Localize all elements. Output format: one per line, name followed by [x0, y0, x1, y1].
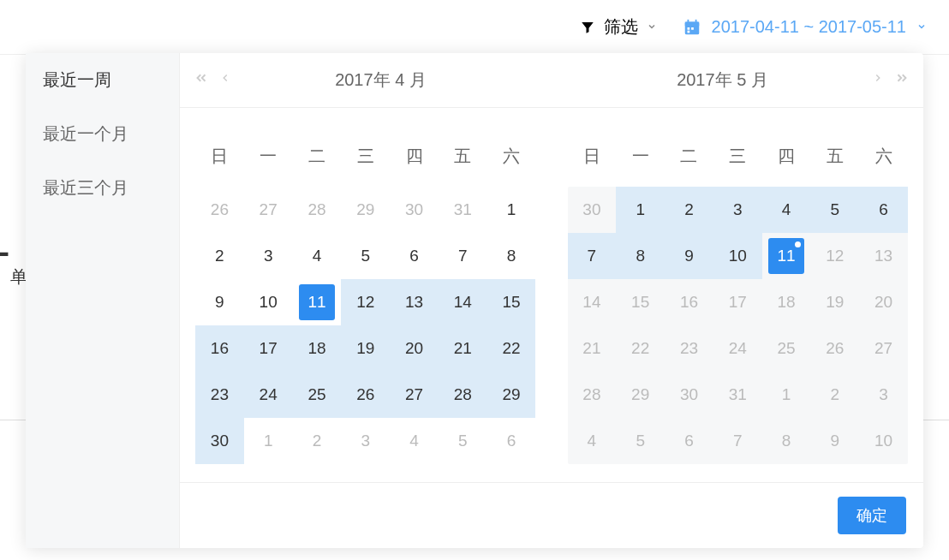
day-cell[interactable]: 11: [293, 279, 342, 325]
day-cell[interactable]: 21: [568, 325, 617, 372]
prev-year-button[interactable]: [194, 70, 209, 90]
day-cell[interactable]: 6: [665, 418, 713, 464]
day-cell[interactable]: 6: [859, 187, 908, 233]
day-cell[interactable]: 1: [616, 187, 665, 233]
day-cell[interactable]: 26: [195, 187, 244, 233]
day-cell[interactable]: 5: [810, 187, 859, 233]
day-cell[interactable]: 13: [390, 279, 439, 325]
day-cell[interactable]: 5: [616, 418, 665, 464]
day-cell[interactable]: 27: [859, 325, 908, 372]
confirm-button[interactable]: 确定: [838, 497, 906, 534]
day-cell[interactable]: 9: [665, 233, 713, 279]
day-cell[interactable]: 29: [487, 372, 536, 418]
day-cell[interactable]: 27: [244, 187, 293, 233]
day-cell[interactable]: 12: [341, 279, 390, 325]
day-cell[interactable]: 10: [859, 418, 908, 464]
day-cell[interactable]: 1: [244, 418, 293, 464]
day-cell[interactable]: 20: [390, 325, 439, 372]
day-cell[interactable]: 16: [195, 325, 244, 372]
day-cell[interactable]: 6: [487, 418, 536, 464]
day-cell[interactable]: 2: [293, 418, 342, 464]
day-cell[interactable]: 28: [439, 372, 487, 418]
day-cell[interactable]: 24: [713, 325, 762, 372]
weekday-label: 二: [293, 139, 342, 173]
day-cell[interactable]: 28: [568, 372, 617, 418]
day-cell[interactable]: 25: [293, 372, 342, 418]
svg-rect-4: [687, 27, 689, 30]
day-cell[interactable]: 14: [439, 279, 487, 325]
day-cell[interactable]: 10: [244, 279, 293, 325]
day-cell[interactable]: 4: [390, 418, 439, 464]
day-cell[interactable]: 2: [810, 372, 859, 418]
day-cell[interactable]: 2: [195, 233, 244, 279]
day-cell[interactable]: 24: [244, 372, 293, 418]
day-cell[interactable]: 27: [390, 372, 439, 418]
day-cell[interactable]: 3: [859, 372, 908, 418]
day-cell[interactable]: 5: [341, 233, 390, 279]
quick-range-week[interactable]: 最近一周: [26, 53, 179, 107]
day-cell[interactable]: 23: [195, 372, 244, 418]
day-cell[interactable]: 30: [195, 418, 244, 464]
day-cell[interactable]: 23: [665, 325, 713, 372]
left-weekdays: 日一二三四五六: [195, 139, 536, 173]
day-cell[interactable]: 31: [713, 372, 762, 418]
day-cell[interactable]: 13: [859, 233, 908, 279]
day-cell[interactable]: 3: [341, 418, 390, 464]
prev-month-button[interactable]: [219, 70, 231, 90]
day-cell[interactable]: 4: [293, 233, 342, 279]
day-cell[interactable]: 29: [616, 372, 665, 418]
day-cell[interactable]: 26: [810, 325, 859, 372]
day-cell[interactable]: 1: [762, 372, 811, 418]
day-cell[interactable]: 19: [810, 279, 859, 325]
day-cell[interactable]: 3: [713, 187, 762, 233]
day-cell[interactable]: 17: [244, 325, 293, 372]
day-cell[interactable]: 30: [665, 372, 713, 418]
day-cell[interactable]: 4: [762, 187, 811, 233]
day-cell[interactable]: 8: [487, 233, 536, 279]
weekday-label: 一: [244, 139, 293, 173]
day-cell[interactable]: 25: [762, 325, 811, 372]
day-cell[interactable]: 30: [568, 187, 617, 233]
day-cell[interactable]: 26: [341, 372, 390, 418]
quick-range-3months[interactable]: 最近三个月: [26, 161, 179, 215]
day-cell[interactable]: 2: [665, 187, 713, 233]
day-cell[interactable]: 14: [568, 279, 617, 325]
day-cell[interactable]: 7: [439, 233, 487, 279]
next-month-button[interactable]: [872, 70, 884, 90]
day-cell[interactable]: 9: [195, 279, 244, 325]
day-cell[interactable]: 30: [390, 187, 439, 233]
day-cell[interactable]: 7: [568, 233, 617, 279]
calendar-header-row: 2017年 4 月 x x 2017年 5 月: [180, 53, 923, 108]
day-cell[interactable]: 15: [616, 279, 665, 325]
day-cell[interactable]: 15: [487, 279, 536, 325]
day-cell[interactable]: 31: [439, 187, 487, 233]
date-range-display[interactable]: 2017-04-11 ~ 2017-05-11: [683, 17, 927, 37]
day-cell[interactable]: 3: [244, 233, 293, 279]
day-cell[interactable]: 4: [568, 418, 617, 464]
day-cell[interactable]: 8: [762, 418, 811, 464]
day-cell[interactable]: 9: [810, 418, 859, 464]
day-cell[interactable]: 10: [713, 233, 762, 279]
day-cell[interactable]: 22: [487, 325, 536, 372]
day-cell[interactable]: 7: [713, 418, 762, 464]
day-cell[interactable]: 16: [665, 279, 713, 325]
day-cell[interactable]: 18: [762, 279, 811, 325]
day-cell[interactable]: 12: [810, 233, 859, 279]
day-cell[interactable]: 1: [487, 187, 536, 233]
calendar-body-row: 日一二三四五六 26272829303112345678910111213141…: [180, 108, 923, 482]
day-cell[interactable]: 6: [390, 233, 439, 279]
day-cell[interactable]: 5: [439, 418, 487, 464]
day-cell[interactable]: 20: [859, 279, 908, 325]
day-cell[interactable]: 11: [762, 233, 811, 279]
quick-range-month[interactable]: 最近一个月: [26, 107, 179, 161]
day-cell[interactable]: 19: [341, 325, 390, 372]
day-cell[interactable]: 21: [439, 325, 487, 372]
day-cell[interactable]: 8: [616, 233, 665, 279]
filter-dropdown[interactable]: 筛选: [580, 15, 657, 39]
next-year-button[interactable]: [894, 70, 910, 90]
day-cell[interactable]: 18: [293, 325, 342, 372]
day-cell[interactable]: 17: [713, 279, 762, 325]
day-cell[interactable]: 29: [341, 187, 390, 233]
day-cell[interactable]: 28: [293, 187, 342, 233]
day-cell[interactable]: 22: [616, 325, 665, 372]
